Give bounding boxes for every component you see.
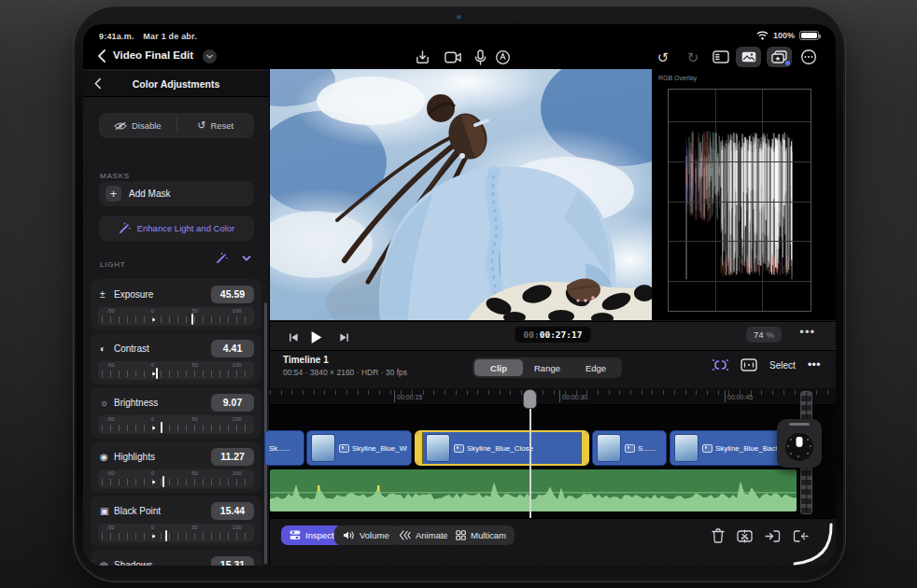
timeline-bottom-bar: Inspect Volume Animate Multicam [270, 518, 836, 566]
timeline-ruler[interactable]: 00:00:1500:00:3000:00:45 [270, 388, 836, 405]
shadows-icon: ◎ [100, 560, 114, 567]
timecode-display[interactable]: 00:00:27:17 [515, 327, 591, 343]
video-preview[interactable] [270, 69, 652, 320]
clip-thumbnail [426, 434, 450, 462]
viewer-and-timeline: RGB Overlay 1201007550250-20 [270, 69, 836, 566]
ipad-device-frame: 9:41a.m. Mar 1 de abr. 100% Video Final … [73, 6, 846, 582]
exposure-value[interactable]: 45.59 [211, 286, 254, 303]
slider-exposure: ±Exposure45.59 -50050100 [91, 279, 261, 330]
viewer-zoom-level[interactable]: 74% [746, 327, 782, 343]
black-point-slider[interactable]: -50050100 [98, 524, 254, 542]
timeline-header: Timeline 1 00:54 · 3840 × 2160 · HDR · 3… [270, 351, 836, 386]
redo-icon[interactable]: ↻ [683, 47, 703, 67]
status-bar: 9:41a.m. Mar 1 de abr. 100% [83, 24, 836, 47]
mode-edge[interactable]: Edge [571, 359, 620, 376]
main-area: Color Adjustments Disable ↺ Reset MASKS [83, 69, 836, 566]
exposure-slider[interactable]: -50050100 [98, 307, 254, 326]
inspect-button[interactable]: Inspect [281, 525, 343, 545]
slider-contrast: ◐Contrast4.41 -50050100 [91, 333, 261, 385]
rgb-overlay-scope: RGB Overlay 1201007550250-20 [652, 69, 836, 320]
mode-range[interactable]: Range [523, 359, 571, 376]
volume-button[interactable]: Volume [334, 525, 398, 545]
brightness-value[interactable]: 9.07 [211, 394, 254, 412]
playback-bar: 00:00:27:17 74% ••• [270, 321, 836, 351]
disable-reset-group: Disable ↺ Reset [99, 113, 254, 138]
timeline-info: 00:54 · 3840 × 2160 · HDR · 30 fps [283, 368, 407, 377]
multicam-button[interactable]: Multicam [447, 525, 515, 545]
color-adjustments-panel: Color Adjustments Disable ↺ Reset MASKS [83, 69, 270, 566]
clip-skyline-short[interactable]: S...... [592, 430, 667, 466]
black-point-icon: ▣ [100, 506, 114, 516]
shadows-value[interactable]: 15.31 [211, 556, 254, 567]
effects-browser-icon[interactable] [767, 47, 792, 67]
contrast-value[interactable]: 4.41 [211, 340, 254, 357]
timeline-name: Timeline 1 [283, 355, 329, 365]
eye-slash-icon [114, 121, 127, 131]
contrast-slider[interactable]: -50050100 [98, 361, 254, 380]
clip-skyline-blue-close-selected[interactable]: Skyline_Blue_Close [415, 430, 589, 466]
drag-handle[interactable] [789, 423, 810, 426]
skip-to-start-icon[interactable] [285, 329, 302, 345]
audio-clip[interactable] [270, 469, 797, 511]
record-video-icon[interactable] [443, 47, 463, 67]
slider-black-point: ▣Black Point15.44 -50050100 [91, 496, 261, 547]
brightness-slider[interactable]: -50050100 [98, 415, 254, 434]
timeline-more-icon[interactable]: ••• [808, 358, 821, 371]
viewer-more-icon[interactable]: ••• [799, 325, 815, 339]
edit-mode-segmented-control: Clip Range Edge [473, 357, 622, 378]
record-audio-icon[interactable] [470, 47, 490, 67]
animate-icon [399, 530, 411, 540]
media-browser-icon[interactable] [736, 47, 761, 67]
back-button[interactable] [95, 49, 110, 63]
multicam-grid-icon [456, 530, 466, 540]
project-title[interactable]: Video Final Edit [113, 49, 193, 61]
timeline-section: Timeline 1 00:54 · 3840 × 2160 · HDR · 3… [270, 351, 836, 566]
pencil-tool-icon[interactable] [492, 47, 513, 67]
battery-percent: 100% [773, 31, 795, 40]
corner-arc-decoration [787, 517, 836, 566]
highlights-slider[interactable]: -50050100 [98, 469, 254, 488]
highlights-value[interactable]: 11.27 [211, 448, 254, 466]
exposure-icon: ± [100, 289, 114, 300]
highlights-icon: ◉ [100, 452, 114, 462]
contrast-icon: ◐ [100, 343, 114, 354]
preview-frame-image [270, 69, 652, 320]
undo-icon[interactable]: ↺ [653, 47, 673, 67]
reset-button[interactable]: ↺ Reset [177, 113, 255, 138]
wifi-icon [756, 31, 769, 40]
multicam-viewer-icon[interactable] [741, 358, 757, 371]
status-time: 9:41a.m. [99, 32, 134, 41]
ruler-label: 00:00:30 [562, 394, 587, 400]
playhead-handle[interactable] [523, 389, 537, 409]
delete-icon[interactable] [709, 526, 727, 545]
scope-plot [668, 89, 811, 312]
split-clip-icon[interactable] [735, 526, 754, 545]
jog-dial[interactable] [785, 433, 813, 461]
jog-wheel-panel[interactable] [777, 419, 822, 468]
photo-icon [339, 444, 349, 453]
clip-skyline-blue-wide[interactable]: Skyline_Blue_Wide [306, 430, 412, 466]
add-mask-button[interactable]: + Add Mask [99, 181, 254, 206]
mode-clip[interactable]: Clip [474, 359, 523, 376]
speaker-icon [343, 530, 355, 540]
clip-skyline-partial[interactable]: Sk...... [264, 430, 304, 466]
import-icon[interactable] [412, 47, 432, 67]
select-button[interactable]: Select [769, 360, 796, 371]
play-button-icon[interactable] [307, 329, 324, 345]
clip-connect-icon[interactable] [712, 358, 728, 371]
photo-icon [625, 444, 635, 453]
disable-button[interactable]: Disable [99, 113, 176, 138]
skip-to-end-icon[interactable] [335, 329, 352, 345]
battery-icon [799, 31, 819, 40]
masks-section-label: MASKS [100, 172, 130, 180]
black-point-value[interactable]: 15.44 [211, 502, 254, 520]
enhance-light-color-button[interactable]: Enhance Light and Color [99, 216, 254, 241]
auto-enhance-icon[interactable] [216, 252, 228, 264]
collapse-chevron-icon[interactable] [241, 253, 252, 264]
project-menu-chevron-icon[interactable] [203, 49, 217, 63]
notification-dot [785, 61, 790, 65]
light-section-label: LIGHT [100, 260, 126, 269]
inspector-panel-icon[interactable] [711, 47, 731, 67]
more-options-icon[interactable] [798, 47, 819, 67]
insert-clip-icon[interactable] [763, 526, 782, 545]
